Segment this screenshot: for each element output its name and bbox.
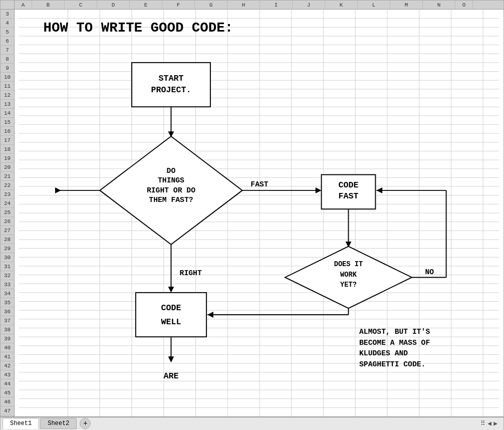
col-header-M: M bbox=[390, 1, 423, 9]
row-header-45: 47 bbox=[1, 406, 14, 415]
row-header-40: 42 bbox=[1, 361, 14, 370]
row-header-33: 35 bbox=[1, 298, 14, 307]
code-well-text2: WELL bbox=[161, 317, 181, 327]
row-header-26: 28 bbox=[1, 235, 14, 244]
diagram-svg: HOW TO WRITE GOOD CODE: START PROJECT. D… bbox=[15, 10, 503, 416]
code-well-text1: CODE bbox=[161, 303, 181, 313]
fast-label: FAST bbox=[250, 180, 268, 188]
row-header-18: 20 bbox=[1, 163, 14, 172]
scroll-dots: ⠿ bbox=[480, 419, 485, 427]
row-header-24: 26 bbox=[1, 217, 14, 226]
code-fast-text1: CODE bbox=[338, 180, 358, 190]
row-header-5: 7 bbox=[1, 46, 14, 55]
col-header-C: C bbox=[65, 1, 97, 9]
diamond2-text3: YET? bbox=[340, 281, 357, 289]
row-header-13: 15 bbox=[1, 118, 14, 127]
diamond1-text1: DO bbox=[167, 167, 176, 175]
tab-sheet1[interactable]: Sheet1 bbox=[3, 418, 39, 429]
start-text-2: PROJECT. bbox=[151, 85, 191, 95]
spreadsheet-body: 3456789101112131415161718192021222324252… bbox=[1, 10, 503, 416]
col-header-F: F bbox=[162, 1, 195, 9]
row-header-4: 6 bbox=[1, 37, 14, 46]
row-header-37: 39 bbox=[1, 334, 14, 343]
tab-add-button[interactable]: + bbox=[80, 418, 91, 429]
col-header-A: A bbox=[15, 1, 32, 9]
diamond2-text2: WORK bbox=[340, 271, 357, 279]
row-header-44: 46 bbox=[1, 397, 14, 406]
row-header-6: 8 bbox=[1, 55, 14, 64]
title-text: HOW TO WRITE GOOD CODE: bbox=[43, 20, 233, 36]
row-header-23: 25 bbox=[1, 208, 14, 217]
arrowhead-no bbox=[376, 187, 382, 193]
col-header-O: O bbox=[455, 1, 473, 9]
col-header-row: ABCDEFGHIJKLMNO bbox=[1, 1, 503, 10]
row-header-11: 13 bbox=[1, 100, 14, 109]
row-header-col: 3456789101112131415161718192021222324252… bbox=[1, 10, 15, 416]
row-header-10: 12 bbox=[1, 91, 14, 100]
row-header-43: 45 bbox=[1, 388, 14, 397]
row-header-7: 9 bbox=[1, 64, 14, 73]
row-header-36: 38 bbox=[1, 325, 14, 334]
row-header-16: 18 bbox=[1, 145, 14, 154]
scroll-right-icon[interactable]: ▶ bbox=[493, 419, 497, 427]
row-header-3: 5 bbox=[1, 28, 14, 37]
diamond1-text4: THEM FAST? bbox=[149, 196, 193, 204]
row-header-15: 17 bbox=[1, 136, 14, 145]
col-header-B: B bbox=[32, 1, 65, 9]
arrowhead-right bbox=[168, 287, 174, 293]
almost-text4: SPAGHETTI CODE. bbox=[359, 360, 425, 368]
row-header-30: 32 bbox=[1, 271, 14, 280]
row-header-17: 19 bbox=[1, 154, 14, 163]
col-header-D: D bbox=[97, 1, 130, 9]
start-text-1: START bbox=[158, 74, 183, 83]
col-header-J: J bbox=[293, 1, 325, 9]
row-header-35: 37 bbox=[1, 316, 14, 325]
row-header-2: 4 bbox=[1, 19, 14, 28]
corner-cell bbox=[1, 1, 15, 9]
scroll-left-icon[interactable]: ◀ bbox=[487, 419, 491, 427]
row-header-12: 14 bbox=[1, 109, 14, 118]
bottom-bar: Sheet1 Sheet2 + ⠿ ◀ ▶ bbox=[1, 416, 503, 429]
row-header-20: 22 bbox=[1, 181, 14, 190]
diamond1-text3: RIGHT OR DO bbox=[147, 186, 195, 194]
row-header-38: 40 bbox=[1, 343, 14, 352]
grid-area: HOW TO WRITE GOOD CODE: START PROJECT. D… bbox=[15, 10, 503, 416]
row-header-32: 34 bbox=[1, 289, 14, 298]
tab-sheet2[interactable]: Sheet2 bbox=[40, 418, 77, 429]
col-header-N: N bbox=[423, 1, 455, 9]
row-header-19: 21 bbox=[1, 172, 14, 181]
row-header-21: 23 bbox=[1, 190, 14, 199]
row-header-39: 41 bbox=[1, 352, 14, 361]
row-header-1: 3 bbox=[1, 10, 14, 19]
almost-text1: ALMOST, BUT IT'S bbox=[359, 328, 430, 336]
are-text: ARE bbox=[163, 371, 178, 381]
row-header-28: 30 bbox=[1, 253, 14, 262]
row-header-8: 10 bbox=[1, 73, 14, 82]
tab-bar: Sheet1 Sheet2 + ⠿ ◀ ▶ bbox=[1, 417, 503, 430]
arrowhead-codewell-down bbox=[168, 356, 174, 362]
row-header-34: 36 bbox=[1, 307, 14, 316]
almost-text3: KLUDGES AND bbox=[359, 349, 408, 357]
col-header-G: G bbox=[195, 1, 227, 9]
col-header-I: I bbox=[260, 1, 293, 9]
diamond1-text2: THINGS bbox=[158, 176, 184, 184]
arrowhead-fast bbox=[316, 187, 322, 193]
arrowhead-back bbox=[55, 187, 61, 193]
row-header-31: 33 bbox=[1, 280, 14, 289]
col-header-L: L bbox=[358, 1, 390, 9]
row-header-27: 29 bbox=[1, 244, 14, 253]
diamond2-text1: DOES IT bbox=[334, 261, 363, 268]
col-header-E: E bbox=[130, 1, 162, 9]
row-header-42: 44 bbox=[1, 379, 14, 388]
code-fast-text2: FAST bbox=[338, 191, 358, 201]
row-header-29: 31 bbox=[1, 262, 14, 271]
col-header-K: K bbox=[325, 1, 358, 9]
row-header-25: 27 bbox=[1, 226, 14, 235]
almost-text2: BECOME A MASS OF bbox=[359, 339, 430, 347]
row-header-41: 43 bbox=[1, 370, 14, 379]
spreadsheet-app: ABCDEFGHIJKLMNO 345678910111213141516171… bbox=[0, 0, 504, 430]
row-header-9: 11 bbox=[1, 82, 14, 91]
row-header-22: 24 bbox=[1, 199, 14, 208]
code-well-box bbox=[136, 293, 206, 337]
col-header-H: H bbox=[227, 1, 260, 9]
